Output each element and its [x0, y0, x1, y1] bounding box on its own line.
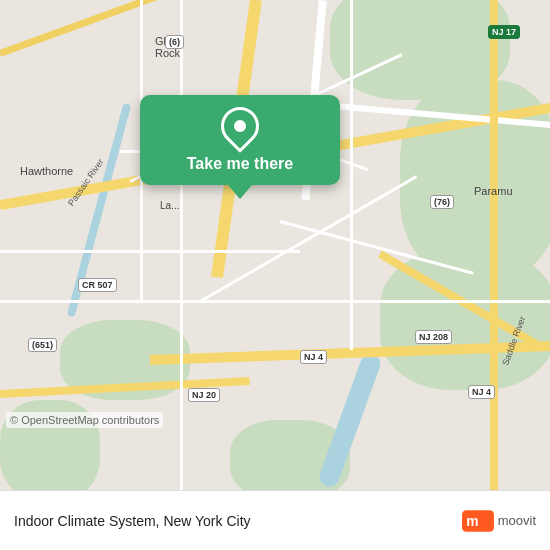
popup-box[interactable]: Take me there [140, 95, 340, 185]
map-attribution: © OpenStreetMap contributors [6, 412, 163, 428]
road-local-h2 [0, 250, 300, 253]
location-pin-icon [213, 99, 267, 153]
label-hawthorne: Hawthorne [20, 165, 73, 177]
road-local-v2 [350, 0, 353, 350]
popup-tail [228, 185, 252, 199]
moovit-text: moovit [498, 513, 536, 528]
label-paramu: Paramu [474, 185, 513, 197]
shield-nj208: NJ 208 [415, 330, 452, 344]
road-nj17 [490, 0, 498, 490]
moovit-logo: m moovit [462, 505, 536, 537]
shield-76: (76) [430, 195, 454, 209]
road-local-h1 [0, 300, 550, 303]
svg-text:m: m [466, 513, 478, 529]
shield-nj4a: NJ 4 [300, 350, 327, 364]
moovit-logo-svg: m [462, 505, 494, 537]
road-local-v1 [180, 0, 183, 490]
location-name: Indoor Climate System, New York City [14, 513, 251, 529]
shield-cr507: CR 507 [78, 278, 117, 292]
river-saddle [317, 351, 384, 489]
shield-nj17: NJ 17 [488, 25, 520, 39]
map-popup: Take me there [140, 95, 340, 199]
shield-6: (6) [165, 35, 184, 49]
shield-nj4b: NJ 4 [468, 385, 495, 399]
label-la: La... [160, 200, 179, 211]
shield-651: (651) [28, 338, 57, 352]
bottom-bar: Indoor Climate System, New York City m m… [0, 490, 550, 550]
shield-nj20: NJ 20 [188, 388, 220, 402]
map-container: GlenRock Hawthorne Paramu La... Passaic … [0, 0, 550, 490]
popup-button-label[interactable]: Take me there [187, 155, 293, 173]
